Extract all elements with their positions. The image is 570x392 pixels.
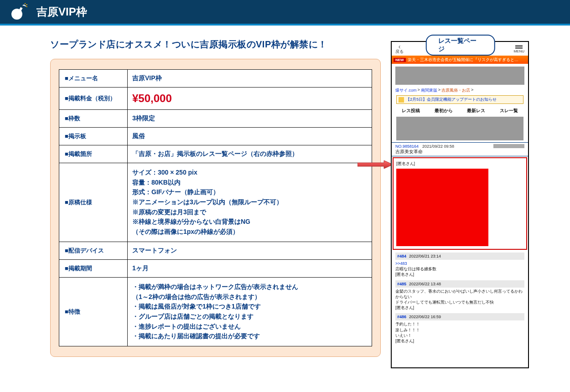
comment-body: 金髪のスタッフ、香水のにおいがやばいし声小さいし何言ってるかわからないドライバー… [395,289,524,305]
back-label: 戻る [395,49,404,55]
new-badge: NEW [394,58,406,62]
comment-sig: [匿名さん] [395,272,524,277]
post-title[interactable]: 吉原美女革命 [392,149,528,156]
red-ad-banner[interactable] [396,169,488,246]
crumb-home[interactable]: 爆サイ.com [395,88,417,93]
comment-body: 予約した！！楽しみ！！！いえい！ [395,321,524,338]
row-label: ■枠数 [59,110,128,128]
left-column: ソープランド店にオススメ！ついに吉原掲示板のVIP枠が解禁に！ ■メニュー名吉原… [50,38,381,368]
phone-preview: ‹ 戻る ⚑吉原風俗・お店 MENU NEW 楽天・三木谷浩史会長が五輪開催に『… [391,41,529,368]
feat-label: ■特徴 [59,277,128,346]
comment-body: 店暇な日は帰る嬢多数 [395,266,524,272]
spec-table: ■メニュー名吉原VIP枠■掲載料金（税別）¥50,000■枠数3枠限定■掲示板風… [59,69,372,346]
row-value: 1ヶ月 [128,259,372,277]
comment: #4852022/06/22 13:48金髪のスタッフ、香水のにおいがやばいし声… [392,279,528,312]
spec-table-wrap: ■メニュー名吉原VIP枠■掲載料金（税別）¥50,000■枠数3枠限定■掲示板風… [50,59,381,357]
thread-tab[interactable]: 最初から [435,108,453,114]
spec-line: （その際は画像に1pxの枠線が必須） [132,227,367,237]
news-text: 楽天・三木谷浩史会長が五輪開催に『リスクが高すぎると… [408,57,518,63]
meta-placeholder [493,144,524,148]
spec-line: 形式：GIFバナー（静止画可） [132,187,367,197]
feat-line: ・掲載が満枠の場合はネットワーク広告が表示されません [132,282,367,292]
comment-num[interactable]: #486 [397,314,406,320]
row-value: 風俗 [128,128,372,145]
post-id: NO.9858164 [395,144,419,149]
right-column: レス一覧ページ ‹ 戻る ⚑吉原風俗・お店 MENU [391,38,530,368]
update-banner[interactable]: 【2月5日】会員限定機能アップデートのお知らせ [396,95,523,104]
spec-label: ■原稿仕様 [59,163,128,242]
content-area: ソープランド店にオススメ！ついに吉原掲示板のVIP枠が解禁に！ ■メニュー名吉原… [0,26,570,368]
update-text: 【2月5日】会員限定機能アップデートのお知らせ [406,97,497,103]
comment: #4842022/06/21 23:14>>483店暇な日は帰る嬢多数[匿名さん… [392,251,528,279]
breadcrumb: 爆サイ.com > 南関東版 > 吉原風俗・お店 > [392,88,528,93]
menu-label: MENU [513,49,524,53]
arrow-icon [358,160,393,169]
row-value: 「吉原・お店」掲示板のレス一覧ページ（右の赤枠参照） [128,145,372,163]
comment-date: 2022/06/22 16:59 [409,314,441,320]
comment-num[interactable]: #484 [397,253,406,259]
row-label: ■掲示板 [59,128,128,145]
crumb-current[interactable]: 吉原風俗・お店 [441,88,470,93]
row-label: ■掲載箇所 [59,145,128,163]
bell-icon [399,97,404,103]
row-label: ■配信デバイス [59,242,128,259]
page-title: 吉原VIP枠 [36,5,87,19]
ad-placeholder-2 [396,117,523,140]
chevron-left-icon: ‹ [399,44,401,49]
spec-line: ※アニメーションは3ループ以内（無限ループ不可） [132,197,367,207]
thread-tabs: レス投稿最初から最新レススレ一覧 [392,106,528,116]
comment-list: #4842022/06/21 23:14>>483店暇な日は帰る嬢多数[匿名さん… [392,251,528,345]
menu-button[interactable]: MENU [513,45,524,53]
row-label: ■掲載期間 [59,259,128,277]
feat-line: ・グループ店は店舗ごとの掲載となります [132,312,367,322]
feat-value: ・掲載が満枠の場合はネットワーク広告が表示されません（1～2枠の場合は他の広告が… [128,277,372,346]
row-label: ■メニュー名 [59,70,128,88]
comment-reply[interactable]: >>483 [395,261,524,266]
intro-text: ソープランド店にオススメ！ついに吉原掲示板のVIP枠が解禁に！ [50,38,381,51]
comment-num[interactable]: #485 [397,281,406,287]
back-button[interactable]: ‹ 戻る [395,44,404,55]
anon-label: [匿名さん] [396,161,523,169]
spec-line: サイズ：300 × 250 pix [132,168,367,178]
spec-line: ※原稿の変更は月3回まで [132,207,367,217]
feat-line: ・掲載にあたり届出確認書の提出が必要です [132,331,367,341]
spec-line: 容量：80KB以内 [132,178,367,188]
spec-line: ※枠線と境界線が分からない白背景はNG [132,217,367,227]
page-header: 吉原VIP枠 [0,0,570,26]
thread-tab[interactable]: レス投稿 [402,108,420,114]
bomb-icon [9,3,27,21]
row-value: ¥50,000 [128,88,372,110]
spec-value: サイズ：300 × 250 pix容量：80KB以内形式：GIFバナー（静止画可… [128,163,372,242]
row-value: スマートフォン [128,242,372,259]
vip-ad-slot: [匿名さん] [393,157,527,250]
comment-sig: [匿名さん] [395,305,524,310]
row-label: ■掲載料金（税別） [59,88,128,110]
post-date: 2021/09/22 09:58 [422,144,454,149]
comment-date: 2022/06/22 13:48 [409,281,441,287]
news-ticker[interactable]: NEW 楽天・三木谷浩史会長が五輪開催に『リスクが高すぎると… [392,56,528,64]
row-value: 3枠限定 [128,110,372,128]
comment: #4862022/06/22 16:59予約した！！楽しみ！！！いえい！[匿名さ… [392,311,528,345]
preview-tab-label: レス一覧ページ [425,35,495,56]
feat-line: ・掲載は風俗店が対象で1枠につき1店舗です [132,302,367,312]
thread-tab[interactable]: 最新レス [467,108,485,114]
ad-placeholder [395,67,524,85]
row-value: 吉原VIP枠 [128,70,372,88]
comment-date: 2022/06/21 23:14 [409,253,441,259]
feat-line: （1～2枠の場合は他の広告が表示されます） [132,292,367,302]
comment-sig: [匿名さん] [395,338,524,344]
feat-line: ・進捗レポートの提出はございません [132,322,367,332]
post-meta: NO.9858164 2021/09/22 09:58 [392,142,528,149]
crumb-region[interactable]: 南関東版 [421,88,437,93]
thread-tab[interactable]: スレ一覧 [500,108,518,114]
